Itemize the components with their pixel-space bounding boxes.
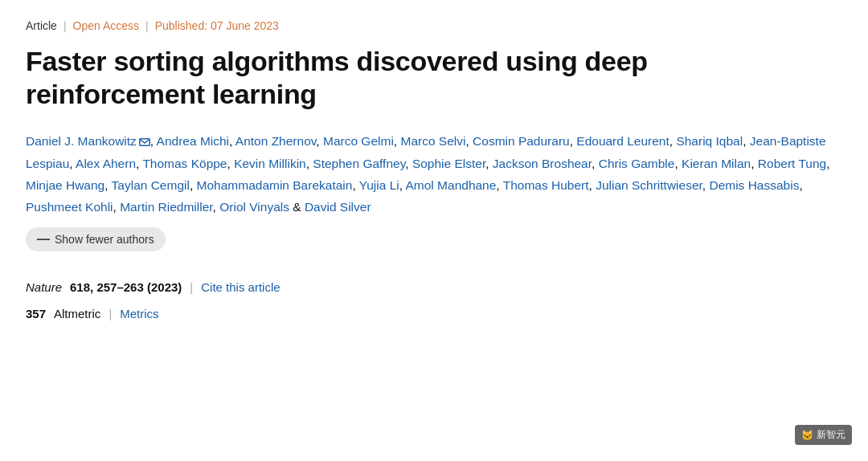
altmetric-score: 357 — [26, 307, 46, 320]
author-vinyals[interactable]: Oriol Vinyals — [219, 200, 289, 214]
journal-separator: | — [190, 280, 193, 294]
watermark: 🐱 新智元 — [795, 425, 852, 445]
author-hubert[interactable]: Thomas Hubert — [503, 178, 589, 192]
author-selvi[interactable]: Marco Selvi — [400, 134, 465, 148]
authors-section: Daniel J. Mankowitz, Andrea Michi, Anton… — [26, 130, 842, 268]
author-mankowitz[interactable]: Daniel J. Mankowitz — [26, 134, 137, 148]
metrics-link[interactable]: Metrics — [120, 307, 158, 320]
published-link[interactable]: Published: 07 June 2023 — [155, 19, 279, 32]
author-kohli[interactable]: Pushmeet Kohli — [26, 200, 113, 214]
author-li[interactable]: Yujia Li — [359, 178, 399, 192]
watermark-icon: 🐱 — [801, 430, 813, 441]
meta-bar: Article | Open Access | Published: 07 Ju… — [26, 19, 842, 32]
article-type: Article — [26, 19, 57, 32]
author-elster[interactable]: Sophie Elster — [412, 157, 485, 170]
journal-info: Nature 618, 257–263 (2023) | Cite this a… — [26, 280, 842, 294]
metrics-separator: | — [108, 307, 112, 320]
separator-2: | — [145, 19, 149, 32]
author-schrittwieser[interactable]: Julian Schrittwieser — [596, 178, 702, 192]
author-mandhane[interactable]: Amol Mandhane — [405, 178, 496, 192]
title-line2: reinforcement learning — [26, 79, 317, 109]
author-tung[interactable]: Robert Tung — [758, 157, 826, 170]
author-hassabis[interactable]: Demis Hassabis — [709, 178, 799, 192]
open-access-link[interactable]: Open Access — [73, 19, 140, 32]
author-silver[interactable]: David Silver — [305, 200, 371, 214]
author-ahern[interactable]: Alex Ahern — [76, 157, 136, 170]
journal-name: Nature — [26, 280, 62, 294]
authors-text: Daniel J. Mankowitz, Andrea Michi, Anton… — [26, 130, 837, 218]
author-gelmi[interactable]: Marco Gelmi — [323, 134, 394, 148]
email-icon-mankowitz[interactable] — [139, 131, 150, 153]
title-line1: Faster sorting algorithms discovered usi… — [26, 46, 648, 76]
watermark-label: 新智元 — [817, 428, 845, 442]
author-koppe[interactable]: Thomas Köppe — [142, 157, 227, 170]
metrics-bar: 357 Altmetric | Metrics — [26, 307, 842, 320]
author-broshear[interactable]: Jackson Broshear — [493, 157, 592, 170]
journal-volume: 618 — [70, 280, 90, 294]
minus-icon: — — [37, 233, 50, 246]
author-zhernov[interactable]: Anton Zhernov — [235, 134, 317, 148]
author-millikin[interactable]: Kevin Millikin — [234, 157, 306, 170]
author-michi[interactable]: Andrea Michi — [157, 134, 229, 148]
author-milan[interactable]: Kieran Milan — [682, 157, 751, 170]
cite-article-link[interactable]: Cite this article — [201, 280, 280, 294]
author-gamble[interactable]: Chris Gamble — [599, 157, 675, 170]
article-title: Faster sorting algorithms discovered usi… — [26, 45, 717, 111]
author-hwang[interactable]: Minjae Hwang — [26, 178, 104, 192]
author-paduraru[interactable]: Cosmin Paduraru — [473, 134, 570, 148]
author-cemgil[interactable]: Taylan Cemgil — [112, 178, 190, 192]
author-leurent[interactable]: Edouard Leurent — [576, 134, 669, 148]
journal-year: (2023) — [147, 280, 182, 294]
show-fewer-button[interactable]: — Show fewer authors — [26, 227, 166, 251]
author-riedmiller[interactable]: Martin Riedmiller — [120, 200, 212, 214]
author-gaffney[interactable]: Stephen Gaffney — [313, 157, 405, 170]
author-barekatain[interactable]: Mohammadamin Barekatain — [197, 178, 353, 192]
journal-pages: 257–263 — [96, 280, 143, 294]
show-fewer-label: Show fewer authors — [55, 233, 154, 246]
journal-details: 618, 257–263 (2023) — [70, 280, 182, 294]
altmetric-label: Altmetric — [54, 307, 100, 320]
separator-1: | — [63, 19, 67, 32]
author-iqbal[interactable]: Shariq Iqbal — [676, 134, 743, 148]
